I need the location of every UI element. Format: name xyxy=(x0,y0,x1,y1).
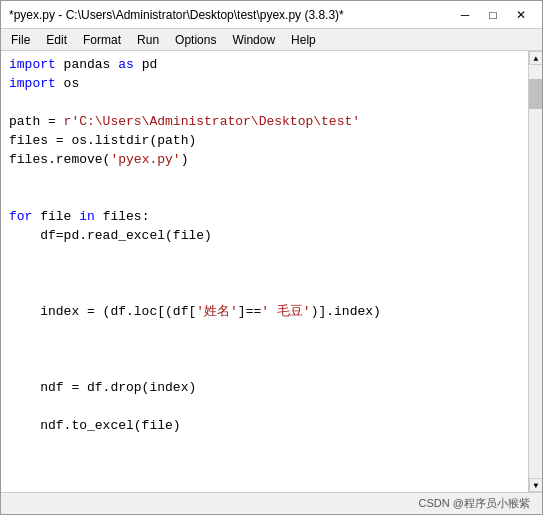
status-bar: CSDN @程序员小猴紫 xyxy=(1,492,542,514)
code-line xyxy=(9,359,520,378)
code-line xyxy=(9,283,520,302)
code-line: ndf = df.drop(index) xyxy=(9,378,520,397)
minimize-button[interactable]: ─ xyxy=(452,5,478,25)
window-controls: ─ □ ✕ xyxy=(452,5,534,25)
vertical-scrollbar[interactable]: ▲ ▼ xyxy=(528,51,542,492)
menu-edit[interactable]: Edit xyxy=(40,31,73,49)
menu-options[interactable]: Options xyxy=(169,31,222,49)
code-line: for file in files: xyxy=(9,207,520,226)
code-line xyxy=(9,397,520,416)
title-bar: *pyex.py - C:\Users\Administrator\Deskto… xyxy=(1,1,542,29)
code-line xyxy=(9,93,520,112)
scrollbar-thumb[interactable] xyxy=(529,79,542,109)
code-line xyxy=(9,245,520,264)
menu-run[interactable]: Run xyxy=(131,31,165,49)
scroll-down-button[interactable]: ▼ xyxy=(529,478,542,492)
code-line: import os xyxy=(9,74,520,93)
close-button[interactable]: ✕ xyxy=(508,5,534,25)
code-line: df=pd.read_excel(file) xyxy=(9,226,520,245)
code-line: import pandas as pd xyxy=(9,55,520,74)
main-window: *pyex.py - C:\Users\Administrator\Deskto… xyxy=(0,0,543,515)
code-line: ndf.to_excel(file) xyxy=(9,416,520,435)
code-line: files = os.listdir(path) xyxy=(9,131,520,150)
code-editor[interactable]: import pandas as pd import os path = r'C… xyxy=(1,51,528,492)
status-text: CSDN @程序员小猴紫 xyxy=(419,496,530,511)
code-line: index = (df.loc[(df['姓名']==' 毛豆')].index… xyxy=(9,302,520,321)
menu-format[interactable]: Format xyxy=(77,31,127,49)
scroll-up-button[interactable]: ▲ xyxy=(529,51,542,65)
window-title: *pyex.py - C:\Users\Administrator\Deskto… xyxy=(9,8,452,22)
maximize-button[interactable]: □ xyxy=(480,5,506,25)
menu-window[interactable]: Window xyxy=(226,31,281,49)
menu-help[interactable]: Help xyxy=(285,31,322,49)
code-line xyxy=(9,188,520,207)
code-line: path = r'C:\Users\Administrator\Desktop\… xyxy=(9,112,520,131)
code-line xyxy=(9,169,520,188)
code-line xyxy=(9,264,520,283)
menu-bar: File Edit Format Run Options Window Help xyxy=(1,29,542,51)
code-line xyxy=(9,340,520,359)
code-line xyxy=(9,321,520,340)
menu-file[interactable]: File xyxy=(5,31,36,49)
code-line: files.remove('pyex.py') xyxy=(9,150,520,169)
editor-area: import pandas as pd import os path = r'C… xyxy=(1,51,542,492)
scrollbar-track xyxy=(529,109,542,478)
